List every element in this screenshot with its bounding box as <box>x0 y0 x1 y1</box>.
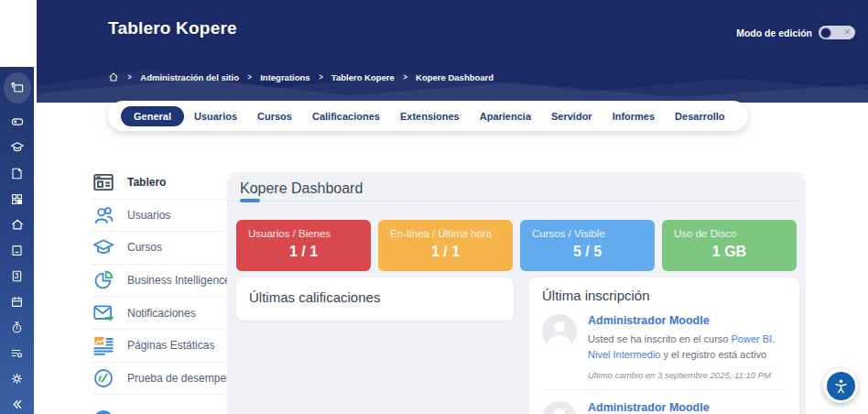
avatar <box>542 401 577 414</box>
tab-informes[interactable]: Informes <box>602 106 665 126</box>
edit-mode-toggle[interactable]: ✕ <box>819 26 855 39</box>
dashboard-nav: Tablero Usuarios Cursos Business Intelli… <box>92 167 225 414</box>
breadcrumb-separator: > <box>403 72 407 82</box>
entry-text-before: Usted se ha inscrito en el curso <box>588 333 732 344</box>
stat-card-cursos: Cursos / Visible 5 / 5 <box>520 220 655 271</box>
tab-calificaciones[interactable]: Calificaciones <box>302 106 390 126</box>
nav-item-prueba-de-desempeno[interactable]: Prueba de desempeño <box>92 363 225 396</box>
settings-rail-button[interactable] <box>4 365 30 391</box>
grid-icon <box>10 192 24 206</box>
tab-general[interactable]: General <box>121 106 184 126</box>
breadcrumb-item[interactable]: Administración del sitio <box>140 72 239 82</box>
calendar-icon <box>10 295 24 309</box>
collapse-rail-button[interactable] <box>4 391 30 414</box>
performance-rail-button[interactable] <box>4 314 30 340</box>
breadcrumb-separator: > <box>128 72 132 82</box>
nav-item-usuarios[interactable]: Usuarios <box>92 200 225 233</box>
nav-item-label: Cursos <box>127 241 162 254</box>
entry-text-after: y el registro está activo <box>660 349 766 360</box>
gauge-icon <box>92 366 115 390</box>
nav-item-label: Notificaciones <box>127 307 196 320</box>
gear-icon <box>10 372 24 386</box>
title-accent-bar <box>240 199 260 202</box>
stat-value: 1 / 1 <box>390 244 501 260</box>
toggle-blocks-button[interactable] <box>4 109 30 135</box>
toggle-knob <box>820 27 831 38</box>
pie-chart-icon <box>92 268 115 292</box>
stat-label: En-línea / Última hora <box>390 228 501 239</box>
breadcrumb-item[interactable]: Kopere Dashboard <box>416 72 494 82</box>
user-link[interactable]: Administrador Moodle <box>588 401 787 414</box>
breadcrumb-separator: > <box>319 72 322 82</box>
restore-view-icon <box>10 81 25 95</box>
notes-rail-button[interactable] <box>4 160 30 186</box>
tab-cursos[interactable]: Cursos <box>247 106 302 126</box>
accessibility-fab-circle <box>827 372 855 400</box>
content-rail-button[interactable] <box>4 237 30 263</box>
tab-usuarios[interactable]: Usuarios <box>184 106 247 126</box>
stat-label: Uso de Disco <box>674 228 785 239</box>
enrolment-card-title: Última inscripción <box>542 288 787 303</box>
page-title: Tablero Kopere <box>108 18 237 38</box>
enrolment-entry: Administrador Moodle Usted se ha inscrit… <box>542 314 787 380</box>
stat-label: Usuarios / Bienes <box>248 228 359 239</box>
list-settings-icon <box>10 346 24 360</box>
collapse-icon <box>10 398 24 411</box>
breadcrumb-item[interactable]: Integrations <box>260 72 309 82</box>
tab-extensiones[interactable]: Extensiones <box>390 106 470 126</box>
graduation-cap-icon <box>92 235 115 259</box>
home-icon[interactable] <box>108 71 119 82</box>
entry-body: Administrador Moodle Usted se ha inscrit… <box>588 314 787 380</box>
tab-servidor[interactable]: Servidor <box>541 106 602 126</box>
stopwatch-icon <box>10 321 24 334</box>
latest-enrolment-card: Última inscripción Administrador Moodle … <box>529 278 799 414</box>
nav-item-notificaciones[interactable]: Notificaciones <box>92 297 225 330</box>
home-icon <box>10 217 25 232</box>
page: Tablero Kopere Modo de edición ✕ > Admin… <box>0 0 868 414</box>
settings-tabbar: General Usuarios Cursos Calificaciones E… <box>108 101 748 131</box>
breadcrumb-separator: > <box>247 72 251 82</box>
latest-grades-card: Últimas calificaciones <box>236 278 514 321</box>
accessibility-icon <box>832 377 850 395</box>
header: Tablero Kopere Modo de edición ✕ > Admin… <box>37 0 868 103</box>
stat-value: 1 / 1 <box>248 244 359 260</box>
dashboard-window-icon <box>92 170 115 194</box>
partial-icon <box>92 398 115 414</box>
icon-rail <box>0 67 34 414</box>
stat-card-disco: Uso de Disco 1 GB <box>662 220 797 271</box>
static-page-icon <box>92 333 115 357</box>
grades-card-title: Últimas calificaciones <box>249 289 501 305</box>
nav-item-cursos[interactable]: Cursos <box>92 232 225 265</box>
stat-card-usuarios: Usuarios / Bienes 1 / 1 <box>236 220 371 271</box>
main-panel: Kopere Dashboard Usuarios / Bienes 1 / 1… <box>227 172 806 414</box>
courses-rail-button[interactable] <box>4 135 30 160</box>
graduation-cap-icon <box>10 140 25 155</box>
entry-divider <box>542 389 787 390</box>
stat-label: Cursos / Visible <box>532 228 643 239</box>
user-link[interactable]: Administrador Moodle <box>588 314 787 327</box>
reports-rail-button[interactable] <box>4 263 30 289</box>
dashboard-rail-button[interactable] <box>4 186 30 212</box>
nav-item-partial[interactable] <box>92 395 225 414</box>
breadcrumb: > Administración del sitio > Integration… <box>108 71 494 82</box>
nav-item-business-intelligence[interactable]: Business Intelligence <box>92 265 225 298</box>
tab-desarrollo[interactable]: Desarrollo <box>665 106 734 126</box>
report-icon <box>10 269 24 283</box>
avatar <box>542 314 577 349</box>
breadcrumb-item[interactable]: Tablero Kopere <box>331 72 395 82</box>
nav-item-tablero[interactable]: Tablero <box>92 167 225 200</box>
dashboard-title: Kopere Dashboard <box>240 180 363 197</box>
stat-value: 1 GB <box>674 244 785 260</box>
home-rail-button[interactable] <box>4 212 30 237</box>
tab-apariencia[interactable]: Apariencia <box>470 106 541 126</box>
nav-item-label: Usuarios <box>127 209 170 222</box>
nav-item-paginas-estaticas[interactable]: Páginas Estáticas <box>92 330 225 363</box>
book-icon <box>10 244 24 257</box>
entry-body: Administrador Moodle Usted se ha inscrit… <box>588 401 787 414</box>
entry-meta: Último cambio en 3 septiembre 2025, 11:1… <box>588 370 787 380</box>
preferences-rail-button[interactable] <box>4 340 30 365</box>
restore-view-button[interactable] <box>4 72 31 104</box>
nav-item-label: Páginas Estáticas <box>127 339 214 352</box>
accessibility-fab[interactable] <box>823 368 858 403</box>
calendar-rail-button[interactable] <box>4 289 30 314</box>
